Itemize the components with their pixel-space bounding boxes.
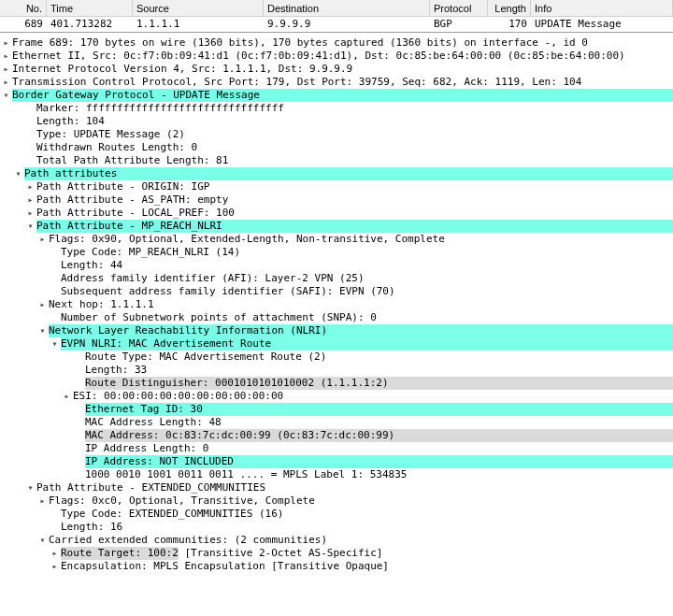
tree-label: Length: 16 <box>61 521 122 534</box>
tree-row[interactable]: EVPN NLRI: MAC Advertisement Route <box>0 337 673 351</box>
tree-row[interactable]: MAC Address: 0c:83:7c:dc:00:99 (0c:83:7c… <box>0 429 673 442</box>
tree-row[interactable]: Next hop: 1.1.1.1 <box>0 298 673 311</box>
tree-row[interactable]: Frame 689: 170 bytes on wire (1360 bits)… <box>0 36 673 50</box>
tree-row[interactable]: Type Code: EXTENDED_COMMUNITIES (16) <box>0 508 673 521</box>
tree-label: Ethernet Tag ID: 30 <box>85 403 673 416</box>
tree-row[interactable]: Length: 16 <box>0 521 673 534</box>
tree-row[interactable]: Encapsulation: MPLS Encapsulation [Trans… <box>0 560 673 573</box>
packet-details-tree[interactable]: Frame 689: 170 bytes on wire (1360 bits)… <box>0 35 673 573</box>
tree-row[interactable]: Flags: 0x90, Optional, Extended-Length, … <box>0 233 673 246</box>
tree-label: Route Type: MAC Advertisement Route (2) <box>85 351 326 364</box>
expand-closed-icon[interactable] <box>61 390 73 403</box>
tree-row[interactable]: Path Attribute - ORIGIN: IGP <box>0 180 673 193</box>
expand-closed-icon[interactable] <box>36 233 49 246</box>
packet-row[interactable]: 689 401.713282 1.1.1.1 9.9.9.9 BGP 170 U… <box>0 17 673 32</box>
column-source[interactable]: Source <box>133 0 264 17</box>
tree-row[interactable]: Path Attribute - AS_PATH: empty <box>0 193 673 207</box>
tree-label: IP Address: NOT INCLUDED <box>85 455 673 468</box>
cell-protocol: BGP <box>430 17 488 32</box>
expand-closed-icon[interactable] <box>49 560 61 573</box>
expand-open-icon[interactable] <box>0 89 12 102</box>
tree-row[interactable]: Path Attribute - MP_REACH_NLRI <box>0 220 673 233</box>
expand-closed-icon[interactable] <box>24 180 36 193</box>
column-protocol[interactable]: Protocol <box>430 0 488 17</box>
tree-label: Type: UPDATE Message (2) <box>36 128 185 141</box>
tree-row[interactable]: Ethernet II, Src: 0c:f7:0b:09:41:d1 (0c:… <box>0 50 673 63</box>
tree-label: Type Code: EXTENDED_COMMUNITIES (16) <box>61 508 283 521</box>
tree-label: Subsequent address family identifier (SA… <box>61 285 395 298</box>
expand-closed-icon[interactable] <box>0 36 12 50</box>
column-length[interactable]: Length <box>488 0 531 17</box>
expand-open-icon[interactable] <box>12 167 24 180</box>
tree-row[interactable]: Border Gateway Protocol - UPDATE Message <box>0 89 673 102</box>
column-info[interactable]: Info <box>531 0 673 17</box>
tree-label: MAC Address Length: 48 <box>85 416 222 429</box>
expand-open-icon[interactable] <box>49 337 61 351</box>
tree-row[interactable]: ESI: 00:00:00:00:00:00:00:00:00:00 <box>0 390 673 403</box>
tree-row[interactable]: Type Code: MP_REACH_NLRI (14) <box>0 246 673 259</box>
tree-label: Frame 689: 170 bytes on wire (1360 bits)… <box>12 36 588 50</box>
tree-label: Path Attribute - LOCAL_PREF: 100 <box>36 207 235 220</box>
tree-row[interactable]: Route Distinguisher: 0001010101010002 (1… <box>0 377 673 390</box>
tree-row[interactable]: IP Address: NOT INCLUDED <box>0 455 673 468</box>
expand-open-icon[interactable] <box>36 534 49 547</box>
expand-closed-icon[interactable] <box>24 207 36 220</box>
expand-closed-icon[interactable] <box>24 193 36 207</box>
packet-list-header[interactable]: No. Time Source Destination Protocol Len… <box>0 0 673 17</box>
tree-label: Length: 104 <box>36 115 105 128</box>
tree-row[interactable]: Total Path Attribute Length: 81 <box>0 154 673 167</box>
tree-row[interactable]: Route Type: MAC Advertisement Route (2) <box>0 351 673 364</box>
tree-label: Address family identifier (AFI): Layer-2… <box>61 272 365 285</box>
cell-time: 401.713282 <box>47 17 133 32</box>
tree-row[interactable]: Path Attribute - EXTENDED_COMMUNITIES <box>0 481 673 494</box>
column-no[interactable]: No. <box>0 0 47 17</box>
cell-destination: 9.9.9.9 <box>264 17 430 32</box>
tree-row[interactable]: Withdrawn Routes Length: 0 <box>0 141 673 154</box>
pane-divider[interactable] <box>0 32 673 33</box>
tree-row[interactable]: MAC Address Length: 48 <box>0 416 673 429</box>
tree-label: Length: 44 <box>61 259 122 272</box>
expand-closed-icon[interactable] <box>0 76 12 89</box>
tree-label: Path Attribute - AS_PATH: empty <box>36 193 228 207</box>
tree-label: Path Attribute - MP_REACH_NLRI <box>36 220 673 233</box>
tree-label: ESI: 00:00:00:00:00:00:00:00:00:00 <box>73 390 283 403</box>
tree-label: Number of Subnetwork points of attachmen… <box>61 311 377 324</box>
tree-row[interactable]: Carried extended communities: (2 communi… <box>0 534 673 547</box>
expand-open-icon[interactable] <box>24 481 36 494</box>
expand-closed-icon[interactable] <box>36 298 49 311</box>
tree-row[interactable]: Route Target: 100:2 [Transitive 2-Octet … <box>0 547 673 560</box>
tree-label-part: [Transitive 2-Octet AS-Specific] <box>179 547 383 560</box>
tree-row[interactable]: Ethernet Tag ID: 30 <box>0 403 673 416</box>
tree-label: 1000 0010 1001 0011 0011 .... = MPLS Lab… <box>85 468 407 481</box>
expand-closed-icon[interactable] <box>0 50 12 63</box>
tree-row[interactable]: Length: 44 <box>0 259 673 272</box>
tree-row[interactable]: Number of Subnetwork points of attachmen… <box>0 311 673 324</box>
tree-row[interactable]: Path attributes <box>0 167 673 180</box>
tree-row[interactable]: Network Layer Reachability Information (… <box>0 324 673 337</box>
expand-closed-icon[interactable] <box>49 547 61 560</box>
tree-row[interactable]: Transmission Control Protocol, Src Port:… <box>0 76 673 89</box>
expand-closed-icon[interactable] <box>36 494 49 508</box>
column-destination[interactable]: Destination <box>264 0 430 17</box>
tree-label: EVPN NLRI: MAC Advertisement Route <box>61 337 673 351</box>
tree-row[interactable]: Length: 104 <box>0 115 673 128</box>
tree-row[interactable]: Type: UPDATE Message (2) <box>0 128 673 141</box>
tree-row[interactable]: 1000 0010 1001 0011 0011 .... = MPLS Lab… <box>0 468 673 481</box>
tree-row[interactable]: Flags: 0xc0, Optional, Transitive, Compl… <box>0 494 673 508</box>
tree-row[interactable]: Length: 33 <box>0 364 673 377</box>
tree-label: Ethernet II, Src: 0c:f7:0b:09:41:d1 (0c:… <box>12 50 625 63</box>
column-time[interactable]: Time <box>47 0 133 17</box>
tree-row[interactable]: Address family identifier (AFI): Layer-2… <box>0 272 673 285</box>
tree-label: Next hop: 1.1.1.1 <box>49 298 154 311</box>
tree-label: Encapsulation: MPLS Encapsulation [Trans… <box>61 560 389 573</box>
expand-open-icon[interactable] <box>36 324 49 337</box>
expand-open-icon[interactable] <box>24 220 36 233</box>
tree-row[interactable]: Internet Protocol Version 4, Src: 1.1.1.… <box>0 63 673 76</box>
cell-no: 689 <box>0 17 47 32</box>
tree-row[interactable]: Marker: ffffffffffffffffffffffffffffffff <box>0 102 673 115</box>
tree-row[interactable]: Subsequent address family identifier (SA… <box>0 285 673 298</box>
expand-closed-icon[interactable] <box>0 63 12 76</box>
tree-row[interactable]: Path Attribute - LOCAL_PREF: 100 <box>0 207 673 220</box>
tree-row[interactable]: IP Address Length: 0 <box>0 442 673 455</box>
tree-label: MAC Address: 0c:83:7c:dc:00:99 (0c:83:7c… <box>85 429 673 442</box>
